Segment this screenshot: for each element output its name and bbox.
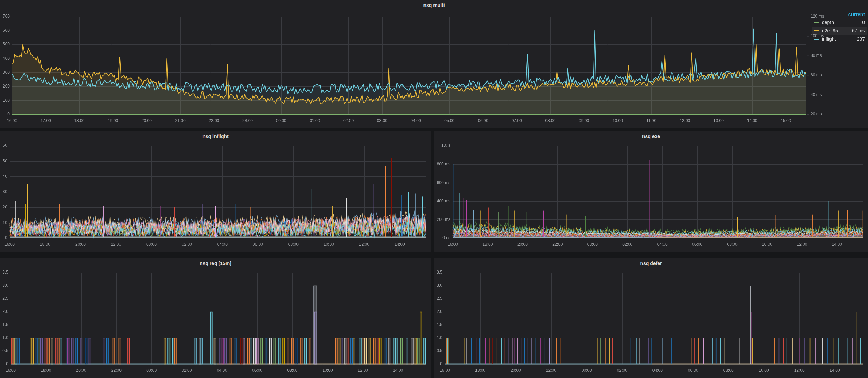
legend-header-current: current	[812, 10, 867, 18]
legend-value: 0	[862, 20, 865, 25]
series-color-icon	[814, 39, 819, 40]
panel-nsq-multi: nsq multi current depth 0 e2e .95 67 ms …	[0, 0, 868, 128]
legend-value: 67 ms	[852, 28, 865, 33]
legend-row-depth[interactable]: depth 0	[812, 18, 867, 27]
grafana-dashboard: { "theme": { "page_bg": "#161719", "pane…	[0, 0, 868, 378]
legend-value: 237	[857, 36, 865, 42]
legend-nsq-multi: current depth 0 e2e .95 67 ms inflight 2…	[812, 10, 867, 43]
panel-title-nsq-inflight[interactable]: nsq inflight	[0, 131, 431, 141]
panel-title-nsq-multi[interactable]: nsq multi	[0, 0, 868, 10]
legend-row-inflight[interactable]: inflight 237	[812, 35, 867, 43]
chart-canvas-nsq-multi[interactable]	[0, 10, 868, 128]
legend-label: depth	[822, 20, 862, 25]
chart-canvas-nsq-req-15m[interactable]	[0, 268, 431, 378]
chart-canvas-nsq-inflight[interactable]	[0, 141, 431, 252]
legend-row-e2e-95[interactable]: e2e .95 67 ms	[812, 27, 867, 35]
panel-title-nsq-e2e[interactable]: nsq e2e	[434, 131, 868, 141]
series-color-icon	[814, 22, 819, 23]
legend-label: inflight	[822, 36, 857, 42]
legend-label: e2e .95	[822, 28, 852, 33]
panel-nsq-defer: nsq defer	[434, 258, 868, 378]
panel-nsq-req-15m: nsq req [15m]	[0, 258, 431, 378]
series-color-icon	[814, 30, 819, 31]
panel-title-nsq-defer[interactable]: nsq defer	[434, 258, 868, 268]
chart-canvas-nsq-e2e[interactable]	[434, 141, 868, 252]
chart-canvas-nsq-defer[interactable]	[434, 268, 868, 378]
panel-nsq-e2e: nsq e2e	[434, 131, 868, 252]
panel-nsq-inflight: nsq inflight	[0, 131, 431, 252]
panel-title-nsq-req-15m[interactable]: nsq req [15m]	[0, 258, 431, 268]
